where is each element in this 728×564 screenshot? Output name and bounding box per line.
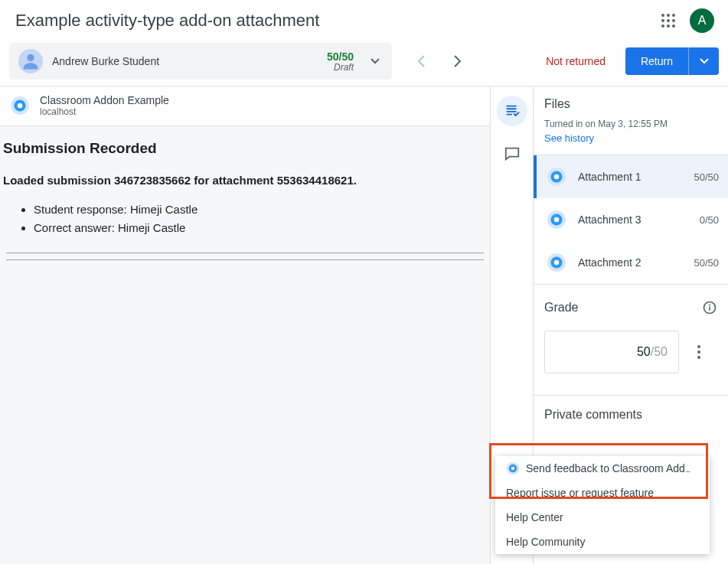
context-menu: Send feedback to Classroom Add... Report… bbox=[495, 456, 710, 554]
attachment-row[interactable]: Attachment 250/50 bbox=[534, 241, 728, 284]
menu-help-center[interactable]: Help Center bbox=[495, 505, 710, 530]
addon-host: localhost bbox=[40, 106, 169, 117]
svg-point-18 bbox=[511, 467, 515, 471]
turned-in-label: Turned in on May 3, 12:55 PM bbox=[544, 119, 717, 129]
svg-point-0 bbox=[27, 54, 34, 61]
user-icon bbox=[18, 49, 43, 73]
svg-rect-15 bbox=[709, 307, 710, 311]
submission-panel: Submission Recorded Loaded submission 34… bbox=[0, 126, 490, 564]
grade-denominator: /50 bbox=[651, 345, 668, 359]
svg-point-12 bbox=[554, 260, 560, 266]
return-button[interactable]: Return bbox=[625, 47, 688, 75]
svg-point-3 bbox=[18, 103, 23, 108]
attachment-name: Attachment 3 bbox=[578, 214, 700, 226]
addon-title: Classroom Addon Example bbox=[40, 94, 169, 106]
private-comments-title: Private comments bbox=[544, 408, 717, 422]
list-item: Student response: Himeji Castle bbox=[34, 200, 487, 219]
addon-icon bbox=[546, 209, 567, 230]
prev-student-button[interactable] bbox=[412, 52, 430, 70]
student-score: 50/50 bbox=[327, 51, 354, 63]
attachment-name: Attachment 1 bbox=[578, 171, 694, 183]
return-dropdown-button[interactable] bbox=[688, 47, 719, 75]
menu-send-feedback[interactable]: Send feedback to Classroom Add... bbox=[495, 456, 710, 481]
see-history-link[interactable]: See history bbox=[544, 132, 717, 144]
svg-point-9 bbox=[554, 217, 560, 223]
addon-icon bbox=[546, 252, 567, 273]
addon-icon bbox=[506, 461, 520, 475]
grade-input[interactable]: 50 /50 bbox=[544, 331, 679, 373]
draft-label: Draft bbox=[327, 63, 354, 72]
svg-point-6 bbox=[554, 174, 560, 180]
chevron-down-icon[interactable] bbox=[367, 54, 383, 69]
attachment-score: 0/50 bbox=[700, 214, 719, 226]
next-student-button[interactable] bbox=[449, 52, 467, 70]
student-name: Andrew Burke Student bbox=[52, 55, 327, 67]
status-not-returned: Not returned bbox=[546, 55, 606, 67]
more-icon[interactable] bbox=[690, 343, 708, 361]
addon-icon bbox=[546, 166, 567, 187]
tab-comments-icon[interactable] bbox=[497, 139, 527, 169]
page-title: Example activity-type add-on attachment bbox=[15, 11, 319, 31]
info-icon[interactable] bbox=[702, 300, 717, 315]
addon-header: Classroom Addon Example localhost bbox=[0, 86, 490, 126]
list-item: Correct answer: Himeji Castle bbox=[34, 219, 487, 237]
attachment-score: 50/50 bbox=[694, 257, 719, 269]
submission-heading: Submission Recorded bbox=[3, 140, 487, 157]
grade-title: Grade bbox=[544, 301, 578, 315]
menu-help-community[interactable]: Help Community bbox=[495, 530, 710, 554]
addon-icon bbox=[9, 95, 31, 116]
menu-report-issue[interactable]: Report issue or request feature bbox=[495, 481, 710, 505]
student-selector[interactable]: Andrew Burke Student 50/50 Draft bbox=[9, 43, 392, 80]
submission-loaded: Loaded submission 346723835662 for attac… bbox=[3, 174, 487, 187]
attachment-score: 50/50 bbox=[694, 171, 719, 183]
attachment-name: Attachment 2 bbox=[578, 256, 694, 269]
avatar[interactable]: A bbox=[690, 8, 714, 33]
files-title: Files bbox=[544, 97, 717, 111]
submission-list: Student response: Himeji Castle Correct … bbox=[34, 200, 487, 237]
tab-files-icon[interactable] bbox=[497, 96, 527, 126]
attachment-row[interactable]: Attachment 30/50 bbox=[534, 198, 728, 241]
attachment-row[interactable]: Attachment 150/50 bbox=[534, 155, 728, 198]
grade-value: 50 bbox=[637, 345, 651, 359]
apps-icon[interactable] bbox=[659, 11, 677, 30]
svg-point-14 bbox=[709, 305, 710, 306]
